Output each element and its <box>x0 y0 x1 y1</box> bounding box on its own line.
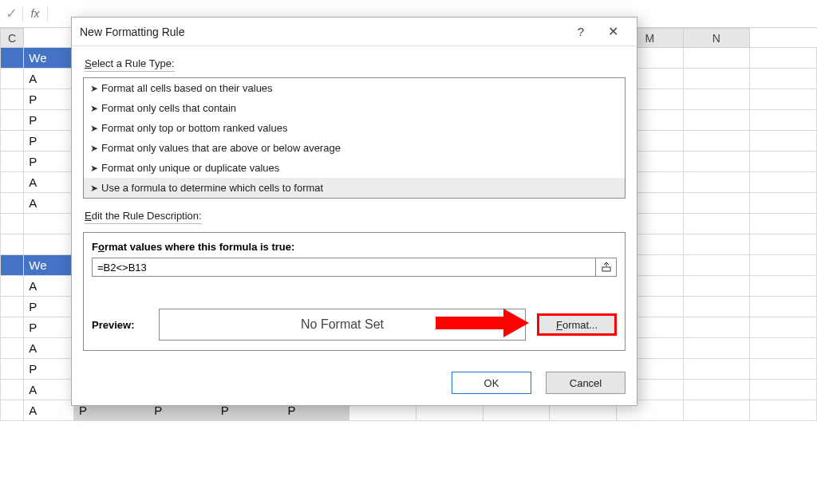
cell[interactable] <box>750 400 817 421</box>
cell[interactable] <box>1 255 24 276</box>
cell[interactable]: P <box>24 110 74 131</box>
cell[interactable]: A <box>24 172 74 193</box>
fx-icon[interactable]: fx <box>23 7 47 20</box>
cell[interactable] <box>1 276 24 297</box>
cell[interactable] <box>683 152 750 172</box>
cell[interactable] <box>683 317 750 338</box>
cell[interactable] <box>750 380 817 400</box>
cell[interactable] <box>1 297 24 317</box>
cell[interactable] <box>1 89 24 110</box>
cell[interactable] <box>1 214 24 234</box>
cell[interactable]: We <box>24 255 74 276</box>
rule-type-item[interactable]: ➤Format only top or bottom ranked values <box>84 118 625 138</box>
new-formatting-rule-dialog: New Formatting Rule ? ✕ Select a Rule Ty… <box>71 17 637 406</box>
cell[interactable] <box>750 110 817 131</box>
arrow-icon: ➤ <box>90 143 101 154</box>
cell[interactable] <box>750 131 817 152</box>
cell[interactable] <box>683 48 750 69</box>
cell[interactable]: P <box>24 89 74 110</box>
dialog-titlebar[interactable]: New Formatting Rule ? ✕ <box>72 18 637 46</box>
cell[interactable]: A <box>24 400 74 421</box>
cell[interactable]: A <box>24 276 74 297</box>
cell[interactable]: P <box>24 359 74 380</box>
cell[interactable] <box>1 317 24 338</box>
cell[interactable]: We <box>24 48 74 69</box>
rule-type-item[interactable]: ➤Format only values that are above or be… <box>84 138 625 158</box>
rule-type-item[interactable]: ➤Format only cells that contain <box>84 98 625 118</box>
col-n[interactable]: N <box>683 29 750 48</box>
cell[interactable] <box>683 400 750 421</box>
cell[interactable]: P <box>24 131 74 152</box>
cell[interactable] <box>683 193 750 214</box>
cell[interactable] <box>683 380 750 400</box>
cell[interactable]: P <box>24 317 74 338</box>
cell[interactable] <box>24 234 74 255</box>
cell[interactable]: A <box>24 193 74 214</box>
ok-button[interactable]: OK <box>452 372 531 394</box>
rule-type-text: Format only unique or duplicate values <box>101 162 279 174</box>
cell[interactable] <box>1 380 24 400</box>
cell[interactable] <box>750 172 817 193</box>
rule-type-item[interactable]: ➤Format all cells based on their values <box>84 78 625 98</box>
cell[interactable] <box>750 152 817 172</box>
cell[interactable] <box>750 214 817 234</box>
cell[interactable] <box>24 214 74 234</box>
cell[interactable] <box>750 234 817 255</box>
cell[interactable] <box>683 359 750 380</box>
cell[interactable] <box>1 234 24 255</box>
cell[interactable] <box>683 131 750 152</box>
rule-type-text: Format only top or bottom ranked values <box>101 122 287 134</box>
cell[interactable] <box>1 131 24 152</box>
rule-type-item[interactable]: ➤Use a formula to determine which cells … <box>84 178 625 198</box>
cell[interactable] <box>683 69 750 89</box>
help-icon[interactable]: ? <box>565 25 597 38</box>
cell[interactable] <box>683 297 750 317</box>
cell[interactable]: P <box>24 152 74 172</box>
rule-type-list[interactable]: ➤Format all cells based on their values➤… <box>83 77 626 199</box>
cell[interactable] <box>683 172 750 193</box>
cell[interactable] <box>750 89 817 110</box>
cell[interactable]: P <box>24 297 74 317</box>
cell[interactable] <box>1 172 24 193</box>
cell[interactable] <box>750 193 817 214</box>
rule-type-text: Use a formula to determine which cells t… <box>101 182 323 194</box>
cell[interactable] <box>683 338 750 359</box>
arrow-icon: ➤ <box>90 83 101 94</box>
col-c[interactable]: C <box>1 29 24 48</box>
cell[interactable] <box>750 276 817 297</box>
cell[interactable] <box>750 359 817 380</box>
cell[interactable] <box>683 276 750 297</box>
cell[interactable] <box>750 48 817 69</box>
cell[interactable] <box>750 338 817 359</box>
cell[interactable] <box>1 110 24 131</box>
cell[interactable] <box>750 69 817 89</box>
cancel-button[interactable]: Cancel <box>546 372 626 394</box>
cell[interactable] <box>1 193 24 214</box>
rule-description-box: Format values where this formula is true… <box>83 232 626 351</box>
cell[interactable] <box>750 255 817 276</box>
cell[interactable] <box>683 255 750 276</box>
format-button[interactable]: Format... <box>537 313 617 336</box>
cell[interactable] <box>750 317 817 338</box>
cell[interactable] <box>683 110 750 131</box>
cell[interactable] <box>1 338 24 359</box>
cell[interactable] <box>1 48 24 69</box>
cell[interactable] <box>1 69 24 89</box>
cell[interactable] <box>750 297 817 317</box>
collapse-dialog-icon[interactable] <box>596 258 617 277</box>
close-icon[interactable]: ✕ <box>597 24 629 39</box>
rule-type-item[interactable]: ➤Format only unique or duplicate values <box>84 158 625 178</box>
cell[interactable] <box>683 89 750 110</box>
annotation-arrow-icon <box>436 309 536 337</box>
cell[interactable]: A <box>24 69 74 89</box>
cell[interactable] <box>1 152 24 172</box>
cell[interactable] <box>683 214 750 234</box>
rule-formula-input[interactable] <box>92 258 596 277</box>
cell[interactable] <box>1 359 24 380</box>
cell[interactable] <box>1 400 24 421</box>
confirm-icon[interactable]: ✓ <box>0 5 22 22</box>
cell[interactable]: A <box>24 338 74 359</box>
cell[interactable]: A <box>24 380 74 400</box>
cell[interactable] <box>683 234 750 255</box>
formula-true-label: Format values where this formula is true… <box>92 241 617 253</box>
